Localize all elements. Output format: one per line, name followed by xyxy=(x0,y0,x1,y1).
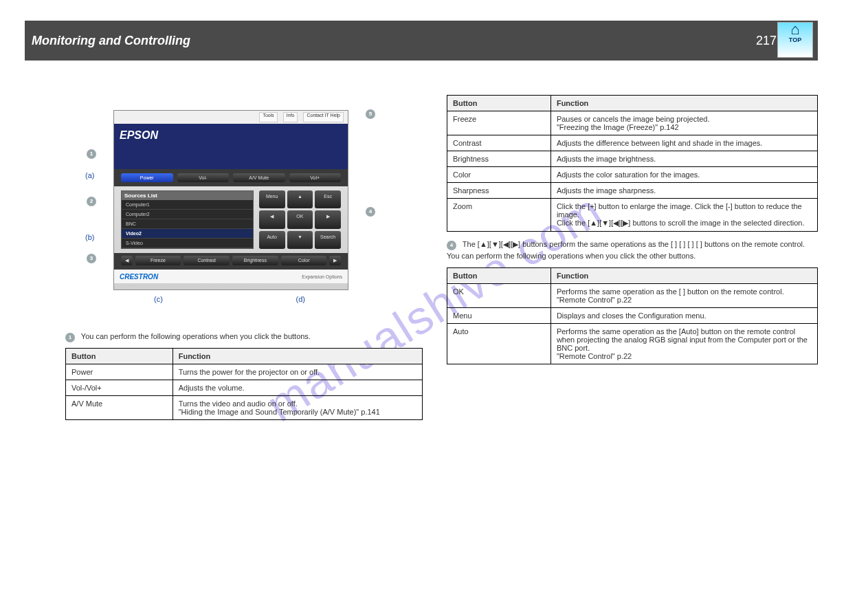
table-section-1: Button Function Power Turns the power fo… xyxy=(65,348,423,420)
callout-b: (b) xyxy=(85,233,94,241)
color-button[interactable]: Color xyxy=(281,256,327,265)
source-video2[interactable]: Video2 xyxy=(122,229,253,239)
callout-c: (c) xyxy=(154,295,163,303)
up-button[interactable]: ▲ xyxy=(287,190,313,208)
scroll-right-icon[interactable]: ▶ xyxy=(329,256,341,265)
down-button[interactable]: ▼ xyxy=(287,231,313,249)
source-bnc[interactable]: BNC xyxy=(122,219,253,229)
table-row: FreezePauses or cancels the image being … xyxy=(447,111,818,135)
table-row: MenuDisplays and closes the Configuratio… xyxy=(447,307,818,323)
callout-5: 5 xyxy=(366,109,375,119)
brightness-button[interactable]: Brightness xyxy=(232,256,278,265)
table-row: Vol-/Vol+ Adjusts the volume. xyxy=(66,380,423,396)
table-row: Power Turns the power for the projector … xyxy=(66,364,423,380)
scroll-left-icon[interactable]: ◀ xyxy=(121,256,133,265)
ok-button[interactable]: OK xyxy=(287,210,313,229)
table5-header-button: Button xyxy=(447,267,551,283)
table-section-4: Button Function FreezePauses or cancels … xyxy=(447,95,818,232)
sources-list: Sources List Computer1 Computer2 BNC Vid… xyxy=(121,190,254,249)
source-svideo[interactable]: S-Video xyxy=(122,239,253,248)
callout-3: 3 xyxy=(87,254,96,263)
crestron-logo: CRESTRON xyxy=(120,273,158,281)
callout-2: 2 xyxy=(87,197,96,206)
expansion-options[interactable]: Expansion Options xyxy=(302,274,342,279)
callout-1: 1 xyxy=(87,149,96,159)
esc-button[interactable]: Esc xyxy=(315,190,341,208)
table5-header-function: Function xyxy=(550,267,817,283)
search-button[interactable]: Search xyxy=(315,231,341,249)
vol-down-button[interactable]: Vol- xyxy=(177,173,230,182)
table-row: OKPerforms the same operation as the [ ]… xyxy=(447,283,818,307)
table-row: ContrastAdjusts the difference between l… xyxy=(447,135,818,151)
section-5-icon: 4 xyxy=(447,241,456,250)
topbar-contact[interactable]: Contact IT Help xyxy=(303,112,344,122)
table-row: SharpnessAdjusts the image sharpness. xyxy=(447,183,818,199)
section-5-text: The [▲][▼][◀][▶] buttons perform the sam… xyxy=(447,240,805,260)
button-row-1: Power Vol- A/V Mute Vol+ xyxy=(114,169,348,186)
table-row: ZoomClick the [+] button to enlarge the … xyxy=(447,199,818,232)
remote-pad: Menu ▲ Esc ◀ OK ▶ Auto ▼ Search xyxy=(259,190,341,249)
page-header: Monitoring and Controlling 217 xyxy=(25,21,818,61)
callout-a: (a) xyxy=(85,171,94,179)
right-button[interactable]: ▶ xyxy=(315,210,341,229)
menu-button[interactable]: Menu xyxy=(259,190,285,208)
sources-title: Sources List xyxy=(122,191,253,200)
vol-up-button[interactable]: Vol+ xyxy=(289,173,342,182)
home-icon: ⌂ xyxy=(778,23,812,36)
ui-footer: CRESTRON Expansion Options xyxy=(114,270,348,283)
header-title: Monitoring and Controlling xyxy=(25,34,190,48)
contrast-button[interactable]: Contrast xyxy=(183,256,230,265)
topbar-info[interactable]: Info xyxy=(283,112,298,122)
av-mute-button[interactable]: A/V Mute xyxy=(233,173,285,182)
ui-topbar: Tools Info Contact IT Help xyxy=(114,111,348,124)
source-computer1[interactable]: Computer1 xyxy=(122,200,253,210)
section-1-intro: You can perform the following operations… xyxy=(81,332,311,340)
top-icon-label: TOP xyxy=(778,36,812,43)
section-1-icon: 1 xyxy=(65,333,75,342)
table-row: BrightnessAdjusts the image brightness. xyxy=(447,151,818,167)
ui-screenshot: 1 2 3 4 5 (a) (b) (c) (d) Tools Info Con… xyxy=(113,110,348,290)
table-row: ColorAdjusts the color saturation for th… xyxy=(447,167,818,183)
table-row: A/V Mute Turns the video and audio on or… xyxy=(66,396,423,420)
auto-button[interactable]: Auto xyxy=(259,231,285,249)
table1-header-button: Button xyxy=(66,349,173,364)
source-computer2[interactable]: Computer2 xyxy=(122,210,253,219)
left-button[interactable]: ◀ xyxy=(259,210,285,229)
bottom-button-row: ◀ Freeze Contrast Brightness Color ▶ xyxy=(114,253,348,270)
top-button[interactable]: ⌂ TOP xyxy=(777,22,813,58)
table-section-5: Button Function OKPerforms the same oper… xyxy=(447,267,818,364)
table4-header-function: Function xyxy=(550,96,817,111)
callout-4: 4 xyxy=(366,207,375,217)
topbar-tools[interactable]: Tools xyxy=(259,112,277,122)
power-button[interactable]: Power xyxy=(121,173,173,182)
freeze-button[interactable]: Freeze xyxy=(135,256,181,265)
brand-banner: EPSON xyxy=(114,124,348,169)
table4-header-button: Button xyxy=(447,96,551,111)
table1-header-function: Function xyxy=(173,349,422,364)
callout-d: (d) xyxy=(296,295,305,303)
table-row: AutoPerforms the same operation as the [… xyxy=(447,323,818,364)
